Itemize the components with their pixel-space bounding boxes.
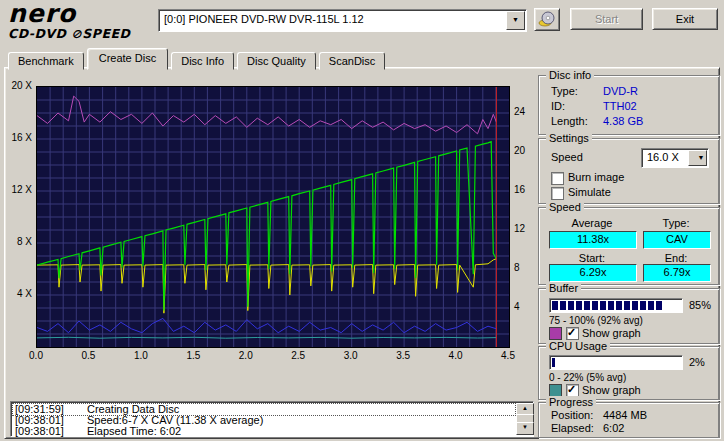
cpu-range: 0 - 22% (5% avg) <box>549 372 626 383</box>
disc-id-value: TTH02 <box>603 100 637 112</box>
burn-image-label: Burn image <box>568 171 624 183</box>
cpu-percent: 2% <box>689 356 705 368</box>
position-label: Position: <box>551 409 593 421</box>
disc-type-value: DVD-R <box>603 85 638 97</box>
burn-image-checkbox[interactable] <box>551 172 564 185</box>
plot-svg <box>36 86 510 348</box>
end-speed-label: End: <box>643 252 709 264</box>
tab-benchmark[interactable]: Benchmark <box>8 52 84 70</box>
log-scrollbar[interactable]: ▲ ▼ <box>516 403 532 435</box>
type-label: Type: <box>643 217 709 229</box>
tab-create-disc[interactable]: Create Disc <box>87 48 168 70</box>
status-log: [09:31:59] Creating Data Disc [09:38:01]… <box>10 401 534 437</box>
series-buffer-level-magenta <box>37 96 496 134</box>
tab-scandisc[interactable]: ScanDisc <box>319 52 385 70</box>
app-logo: nero CD-DVD ⊘SPEED <box>8 2 156 46</box>
cpu-show-graph-label: Show graph <box>582 384 641 396</box>
disc-length-value: 4.38 GB <box>603 115 643 127</box>
log-text: Elapsed Time: 6:02 <box>87 426 181 437</box>
brand-subtitle: CD-DVD ⊘SPEED <box>8 26 156 41</box>
arrow-glyph: ▼ <box>512 16 519 23</box>
buffer-percent: 85% <box>689 299 711 311</box>
drive-select[interactable]: [0:0] PIONEER DVD-RW DVR-115L 1.12 ▼ <box>158 9 527 32</box>
speed-select[interactable]: 16.0 X ▼ <box>641 148 709 168</box>
arrow-glyph: ▼ <box>698 151 705 164</box>
cpu-progressbar <box>549 355 683 370</box>
disc-id-label: ID: <box>551 100 565 112</box>
cpu-title: CPU Usage <box>546 340 610 352</box>
buffer-progressbar <box>549 298 683 313</box>
speed-group: Speed Average Type: 11.38x CAV Start: En… <box>538 207 720 285</box>
chevron-down-icon[interactable]: ▼ <box>688 150 707 166</box>
scroll-down-icon[interactable]: ▼ <box>516 422 534 435</box>
start-speed-label: Start: <box>549 252 635 264</box>
speed-group-title: Speed <box>546 201 584 213</box>
cpu-group: CPU Usage 2% 0 - 22% (5% avg) Show graph <box>538 346 720 400</box>
buffer-range: 75 - 100% (92% avg) <box>549 315 643 326</box>
log-time: [09:38:01] <box>15 426 64 437</box>
buffer-progress-fill <box>552 301 664 310</box>
buffer-show-graph-label: Show graph <box>582 327 641 339</box>
tab-disc-info[interactable]: Disc Info <box>171 52 234 70</box>
elapsed-value: 6:02 <box>603 422 624 434</box>
disc-info-group: Disc info Type: DVD-R ID: TTH02 Length: … <box>538 75 720 135</box>
exit-button[interactable]: Exit <box>652 8 718 30</box>
disc-info-title: Disc info <box>546 69 594 81</box>
cpu-progress-fill <box>552 358 555 367</box>
speed-setting-label: Speed <box>551 151 583 163</box>
disc-length-label: Length: <box>551 115 588 127</box>
progress-group: Progress Position: 4484 MB Elapsed: 6:02 <box>538 402 720 438</box>
disc-icon <box>538 11 556 27</box>
settings-title: Settings <box>546 132 592 144</box>
average-label: Average <box>549 217 635 229</box>
brand-name: nero <box>8 2 156 26</box>
position-value: 4484 MB <box>603 409 647 421</box>
series-cpu-usage-teal <box>37 337 496 338</box>
series-base-speed-yellow <box>37 259 496 314</box>
start-button[interactable]: Start <box>570 8 643 30</box>
drive-select-value: [0:0] PIONEER DVD-RW DVR-115L 1.12 <box>164 13 506 25</box>
write-type-value: CAV <box>643 231 711 249</box>
disc-tray-button[interactable] <box>534 8 560 31</box>
chevron-down-icon[interactable]: ▼ <box>506 11 525 30</box>
tab-disc-quality[interactable]: Disc Quality <box>237 52 316 70</box>
simulate-checkbox[interactable] <box>551 187 564 200</box>
settings-group: Settings Speed 16.0 X ▼ Burn image Simul… <box>538 138 720 204</box>
elapsed-label: Elapsed: <box>551 422 594 434</box>
buffer-group: Buffer 85% 75 - 100% (92% avg) Show grap… <box>538 288 720 344</box>
disc-type-label: Type: <box>551 85 578 97</box>
end-speed-value: 6.79x <box>643 264 711 282</box>
buffer-graph-swatch <box>549 327 562 340</box>
series-write-speed-green <box>37 142 496 311</box>
log-row[interactable]: [09:38:01] Elapsed Time: 6:02 <box>13 426 515 437</box>
buffer-title: Buffer <box>546 282 581 294</box>
average-speed-value: 11.38x <box>549 231 637 249</box>
progress-title: Progress <box>546 396 596 408</box>
app-window: nero CD-DVD ⊘SPEED [0:0] PIONEER DVD-RW … <box>0 0 724 441</box>
buffer-show-graph-checkbox[interactable] <box>566 327 579 340</box>
speed-select-value: 16.0 X <box>647 151 688 163</box>
simulate-label: Simulate <box>568 186 611 198</box>
tab-bar: Benchmark Create Disc Disc Info Disc Qua… <box>8 48 385 68</box>
start-speed-value: 6.29x <box>549 264 637 282</box>
